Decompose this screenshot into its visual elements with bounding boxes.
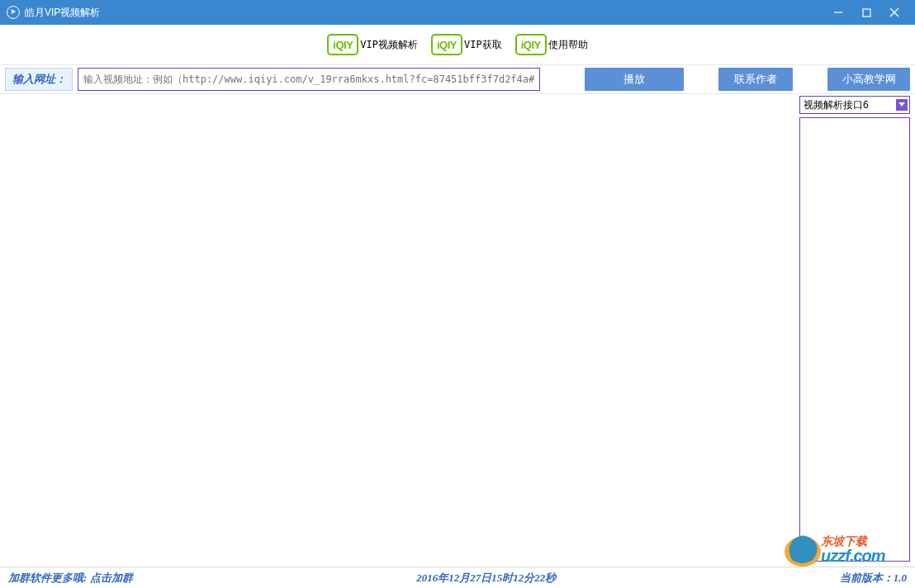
app-title: 皓月VIP视频解析: [25, 6, 100, 20]
group-prefix-text: 加群软件更多哦:: [8, 571, 87, 584]
status-group: 加群软件更多哦: 点击加群: [0, 571, 133, 586]
url-label: 输入网址：: [5, 68, 73, 91]
maximize-button[interactable]: [852, 0, 880, 25]
tab-vip-parse[interactable]: iQIY VIP视频解析: [324, 32, 421, 57]
input-row: 输入网址： 播放 联系作者 小高教学网: [0, 64, 915, 94]
play-button[interactable]: 播放: [585, 68, 684, 91]
close-button[interactable]: [880, 0, 908, 25]
minimize-button[interactable]: [824, 0, 852, 25]
join-group-link[interactable]: 点击加群: [90, 571, 133, 584]
version-value: 1.0: [894, 571, 907, 584]
iqiyi-logo-icon: iQIY: [431, 34, 462, 55]
top-tabs: iQIY VIP视频解析 iQIY VIP获取 iQIY 使用帮助: [0, 25, 915, 64]
video-player-area: [0, 94, 798, 567]
api-select[interactable]: 视频解析接口6: [799, 96, 910, 114]
api-select-value: 视频解析接口6: [804, 98, 896, 112]
app-play-icon: [7, 6, 20, 19]
chevron-down-icon: [896, 99, 908, 111]
svg-rect-1: [863, 9, 870, 17]
contact-author-button[interactable]: 联系作者: [718, 68, 793, 91]
tab-label: VIP视频解析: [360, 38, 418, 52]
url-input[interactable]: [78, 68, 540, 91]
tab-label: 使用帮助: [548, 38, 588, 52]
tutorial-site-button[interactable]: 小高教学网: [827, 68, 910, 91]
tab-vip-get[interactable]: iQIY VIP获取: [428, 32, 505, 57]
iqiyi-logo-icon: iQIY: [327, 34, 358, 55]
tab-help[interactable]: iQIY 使用帮助: [512, 32, 591, 57]
result-listbox[interactable]: [799, 117, 910, 562]
status-datetime: 2016年12月27日15时12分22秒: [133, 571, 840, 586]
iqiyi-logo-icon: iQIY: [515, 34, 547, 55]
side-panel: 视频解析接口6: [798, 94, 915, 567]
statusbar: 加群软件更多哦: 点击加群 2016年12月27日15时12分22秒 当前版本：…: [0, 567, 915, 588]
titlebar: 皓月VIP视频解析: [0, 0, 915, 25]
tab-label: VIP获取: [464, 38, 502, 52]
version-label: 当前版本：: [840, 571, 894, 584]
status-version: 当前版本：1.0: [840, 571, 915, 586]
main-area: 视频解析接口6: [0, 94, 915, 567]
